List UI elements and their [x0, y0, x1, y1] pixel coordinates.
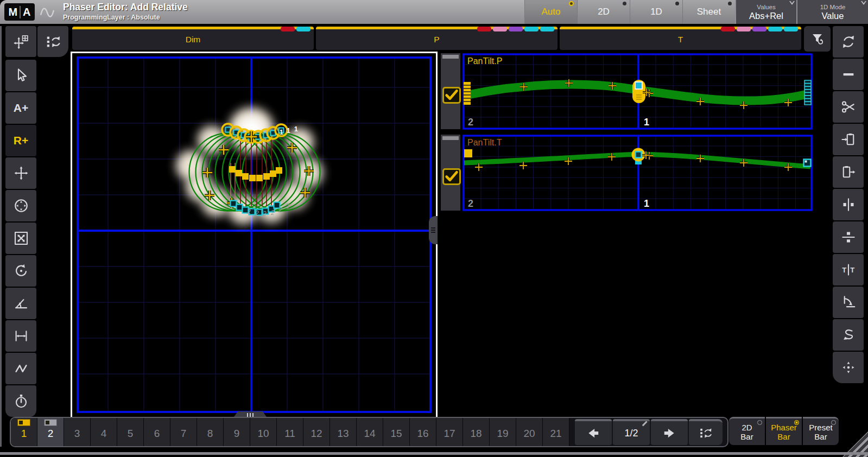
step-sync-button[interactable]	[689, 419, 723, 445]
tilt-curve-enabled-checkbox[interactable]	[442, 168, 461, 185]
step-16[interactable]: 16	[410, 418, 436, 446]
dropdown-1d-mode[interactable]: 1D ModeValue	[796, 0, 868, 24]
copy-button[interactable]	[833, 124, 864, 155]
scale-icon	[13, 230, 29, 246]
invert-button[interactable]	[833, 319, 864, 351]
step-2[interactable]: 2	[37, 418, 64, 446]
layer-sync-icon	[699, 426, 713, 440]
step-20[interactable]: 20	[516, 418, 543, 446]
add-relative-tool[interactable]: R+	[5, 125, 36, 156]
2d-phaser-view[interactable]: 222222111	[71, 52, 438, 418]
tilt-curve-panel	[441, 135, 460, 211]
step-4[interactable]: 4	[91, 418, 117, 446]
dropdown-values[interactable]: ValuesAbs+Rel	[735, 0, 796, 24]
attribute-bar-dim[interactable]: Dim	[72, 27, 314, 50]
ma-logo-a: A	[21, 6, 33, 18]
layer-sync-button[interactable]	[37, 26, 68, 57]
next-page-button[interactable]	[651, 419, 688, 445]
step-7[interactable]: 7	[170, 418, 197, 446]
mirror-h-icon	[840, 196, 857, 213]
width-tool[interactable]	[5, 320, 36, 352]
corner-icon	[840, 294, 857, 310]
step-13[interactable]: 13	[330, 418, 357, 446]
preset-bar-button[interactable]: PresetBar	[803, 417, 839, 445]
tilt-1d-curve[interactable]: PanTilt.T21	[462, 135, 813, 211]
panel-handle[interactable]	[442, 55, 459, 59]
tab-state-dot	[569, 1, 574, 6]
arrow-left-icon	[586, 426, 600, 440]
tab-auto[interactable]: Auto	[524, 0, 577, 24]
tab-2d[interactable]: 2D	[577, 0, 630, 24]
step-17[interactable]: 17	[436, 418, 463, 446]
pointer-icon	[13, 67, 29, 84]
add-absolute-tool[interactable]: A+	[5, 92, 36, 124]
attribute-filter-button[interactable]	[804, 26, 831, 52]
tab-state-dot	[675, 2, 679, 5]
attribute-bar-label: T	[560, 29, 801, 50]
radio-dot	[831, 420, 836, 425]
pan-1d-curve[interactable]: PanTilt.P21	[462, 53, 813, 130]
cut-button[interactable]	[833, 91, 864, 123]
mirror-horizontal-button[interactable]	[833, 189, 864, 220]
sync-icon	[840, 34, 857, 50]
svg-text:T: T	[842, 266, 846, 274]
move-icon	[13, 165, 29, 181]
step-18[interactable]: 18	[463, 418, 490, 446]
move-tool[interactable]	[5, 157, 36, 189]
splitter-grip-right[interactable]	[429, 216, 438, 244]
step-10[interactable]: 10	[250, 418, 277, 446]
phase-tool[interactable]	[5, 353, 36, 384]
step-21[interactable]: 21	[543, 418, 569, 446]
pan-move-tool[interactable]	[5, 190, 36, 221]
speed-tool[interactable]	[5, 385, 36, 417]
titlebar: M A Phaser Editor: Add Relative Programm…	[0, 0, 868, 24]
step-9[interactable]: 9	[224, 418, 250, 446]
scale-tool[interactable]	[5, 223, 36, 254]
step-11[interactable]: 11	[277, 418, 303, 446]
mirror-vertical-button[interactable]	[833, 221, 864, 253]
left-top-buttons	[5, 26, 68, 57]
paste-icon	[840, 164, 857, 180]
tab-1d[interactable]: 1D	[630, 0, 682, 24]
step-14[interactable]: 14	[357, 418, 383, 446]
step-12[interactable]: 12	[303, 418, 330, 446]
svg-text:1: 1	[294, 125, 298, 133]
window-title: Phaser Editor: Add Relative	[63, 2, 188, 13]
edit-pencil-icon	[642, 421, 648, 426]
panel-handle[interactable]	[442, 136, 459, 140]
pan-grid-icon	[13, 34, 29, 50]
2d-bar-button[interactable]: 2DBar	[729, 417, 765, 445]
pan-grid-button[interactable]	[5, 26, 36, 57]
step-1[interactable]: 1	[11, 418, 37, 446]
bottom-divider	[0, 452, 868, 455]
step-pager: 1/2	[575, 419, 723, 445]
layer-sync-icon	[45, 34, 61, 50]
pointer-tool[interactable]	[5, 60, 36, 91]
previous-page-button[interactable]	[575, 419, 612, 445]
tab-sheet[interactable]: Sheet	[682, 0, 735, 24]
step-5[interactable]: 5	[117, 418, 144, 446]
align-floor-button[interactable]	[833, 287, 864, 318]
angle-tool[interactable]	[5, 288, 36, 319]
step-8[interactable]: 8	[197, 418, 224, 446]
attribute-bar-p[interactable]: P	[316, 27, 557, 50]
ma-logo[interactable]: M A	[4, 3, 35, 21]
step-3[interactable]: 3	[64, 418, 91, 446]
step-19[interactable]: 19	[490, 418, 516, 446]
step-15[interactable]: 15	[383, 418, 410, 446]
svg-text:2: 2	[270, 209, 275, 217]
page-indicator[interactable]: 1/2	[613, 419, 650, 445]
attribute-bar-t[interactable]: T	[560, 27, 801, 50]
step-preset-badge	[44, 419, 57, 426]
rotate-tool[interactable]	[5, 255, 36, 287]
sync-button[interactable]	[833, 26, 864, 58]
step-6[interactable]: 6	[144, 418, 170, 446]
center-button[interactable]	[833, 352, 864, 383]
phaser-bar-button[interactable]: PhaserBar	[766, 417, 802, 445]
chevron-down-icon	[861, 1, 866, 5]
rotate-icon	[13, 263, 29, 279]
pan-curve-enabled-checkbox[interactable]	[442, 87, 461, 104]
remove-button[interactable]	[833, 59, 864, 90]
swap-endings-button[interactable]: TT	[833, 254, 864, 285]
paste-button[interactable]	[833, 156, 864, 188]
